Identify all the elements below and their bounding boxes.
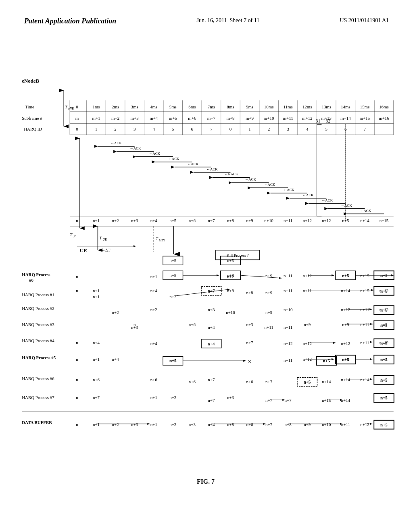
subframe-label: Subframe #	[22, 116, 42, 121]
svg-text:n+10: n+10	[284, 307, 293, 312]
svg-text:4: 4	[306, 127, 309, 131]
svg-text:14ms: 14ms	[341, 104, 350, 109]
svg-text:32: 32	[325, 118, 330, 124]
svg-text:n+14: n+14	[322, 379, 331, 384]
svg-text:n+11: n+11	[360, 340, 369, 345]
svg-text:1: 1	[248, 127, 250, 131]
svg-text:n+2: n+2	[150, 307, 157, 312]
enodeb-label: eNodeB	[22, 78, 39, 84]
svg-text:n+3: n+3	[131, 422, 138, 427]
svg-text:n+4: n+4	[112, 357, 119, 362]
svg-text:n+5: n+5	[380, 357, 388, 362]
svg-text:2ms: 2ms	[112, 104, 119, 109]
svg-text:m: m	[75, 116, 79, 121]
svg-text:m+10: m+10	[264, 116, 274, 121]
svg-text:31: 31	[316, 118, 321, 124]
svg-text:n+9: n+9	[304, 322, 311, 327]
svg-text:n+6: n+6	[93, 377, 100, 382]
svg-text:n+8: n+8	[227, 288, 234, 293]
svg-text:n+12: n+12	[302, 218, 311, 223]
svg-text:n+12: n+12	[360, 422, 369, 427]
svg-text:HARQ Process #5: HARQ Process #5	[22, 355, 56, 360]
svg-text:n+5: n+5	[380, 289, 388, 293]
svg-text:3: 3	[287, 127, 289, 131]
svg-text:0: 0	[76, 104, 78, 109]
svg-text:n+11: n+11	[284, 325, 292, 330]
svg-text:←ACK: ←ACK	[206, 167, 218, 171]
svg-text:0: 0	[229, 127, 232, 131]
svg-text:n+10: n+10	[226, 310, 235, 315]
svg-text:n+1: n+1	[150, 274, 157, 279]
svg-text:n+14: n+14	[341, 377, 350, 382]
patent-title: Patent Application Publication	[24, 16, 116, 26]
svg-text:7: 7	[364, 127, 366, 131]
svg-text:HARQ Process #7: HARQ Process #7	[22, 395, 54, 400]
svg-text:n: n	[76, 340, 78, 345]
svg-text:n+14: n+14	[360, 218, 369, 223]
svg-text:n: n	[76, 288, 78, 293]
svg-text:n+4: n+4	[93, 340, 100, 345]
svg-text:n+4: n+4	[150, 218, 158, 223]
svg-text:n+5: n+5	[342, 357, 349, 362]
svg-text:m+1: m+1	[92, 116, 100, 121]
svg-text:←NACK: ←NACK	[224, 172, 238, 176]
svg-text:n+7: n+7	[93, 395, 100, 400]
svg-text:←ACK: ←ACK	[302, 193, 314, 197]
svg-text:n+12: n+12	[284, 341, 292, 346]
page: Patent Application Publication Jun. 16, …	[0, 0, 413, 532]
svg-text:n+6: n+6	[246, 422, 253, 427]
svg-text:n+14: n+14	[341, 398, 350, 403]
svg-text:16ms: 16ms	[379, 104, 389, 109]
harqid-label: HARQ ID	[24, 127, 42, 131]
svg-text:←ACK: ←ACK	[283, 188, 294, 192]
svg-text:m+4: m+4	[150, 116, 158, 121]
svg-text:n+12: n+12	[322, 218, 331, 223]
svg-text:n+7: n+7	[265, 422, 273, 427]
svg-text:n+15: n+15	[322, 398, 331, 403]
svg-text:n+11: n+11	[360, 322, 369, 327]
svg-text:m+15: m+15	[360, 116, 370, 121]
svg-text:n+12: n+12	[302, 273, 311, 278]
svg-text:n+5: n+5	[380, 308, 388, 312]
svg-text:n+6: n+6	[150, 377, 158, 382]
svg-text:n+9: n+9	[265, 290, 272, 295]
diagram-container: eNodeB Time Subframe # HARQ ID T eNB 0 1…	[16, 60, 397, 500]
svg-text:11ms: 11ms	[284, 104, 293, 109]
svg-text:m+2: m+2	[111, 116, 119, 121]
svg-text:T: T	[156, 237, 159, 241]
svg-text:n+4: n+4	[150, 341, 158, 346]
svg-text:0: 0	[76, 127, 78, 131]
svg-text:P: P	[73, 234, 76, 238]
svg-text:n+9: n+9	[304, 422, 311, 427]
svg-text:n+5: n+5	[169, 258, 177, 263]
svg-text:n+6: n+6	[246, 379, 253, 384]
svg-text:←ACK: ←ACK	[187, 162, 198, 166]
svg-text:←ACK: ←ACK	[321, 198, 333, 202]
svg-text:1ms: 1ms	[92, 104, 100, 109]
svg-text:n+3: n+3	[131, 218, 138, 223]
svg-text:n+5: n+5	[380, 341, 388, 346]
svg-text:n+2: n+2	[112, 422, 119, 427]
svg-text:n+7: n+7	[285, 398, 292, 403]
patent-number: US 2011/0141901 A1	[340, 16, 389, 25]
svg-text:MIN: MIN	[159, 239, 165, 242]
svg-text:n+5: n+5	[227, 258, 234, 263]
svg-text:←ACK: ←ACK	[341, 204, 352, 208]
svg-text:n+3: n+3	[208, 307, 215, 312]
svg-text:n: n	[133, 322, 136, 327]
svg-text:n+11: n+11	[284, 288, 292, 293]
svg-text:n+15: n+15	[380, 218, 389, 223]
svg-text:5: 5	[325, 127, 328, 131]
svg-text:7: 7	[210, 127, 213, 131]
svg-text:n+3: n+3	[227, 395, 234, 400]
svg-text:n+5: n+5	[380, 323, 388, 328]
svg-text:n+11: n+11	[303, 288, 312, 293]
svg-text:m+11: m+11	[283, 116, 293, 121]
svg-text:12ms: 12ms	[302, 104, 312, 109]
svg-text:n+4: n+4	[150, 288, 158, 293]
svg-text:n+5: n+5	[380, 273, 388, 278]
svg-text:n+8: n+8	[227, 422, 234, 427]
svg-text:n+5: n+5	[342, 273, 349, 278]
svg-text:1: 1	[95, 127, 97, 131]
svg-text:n+3: n+3	[189, 422, 196, 427]
